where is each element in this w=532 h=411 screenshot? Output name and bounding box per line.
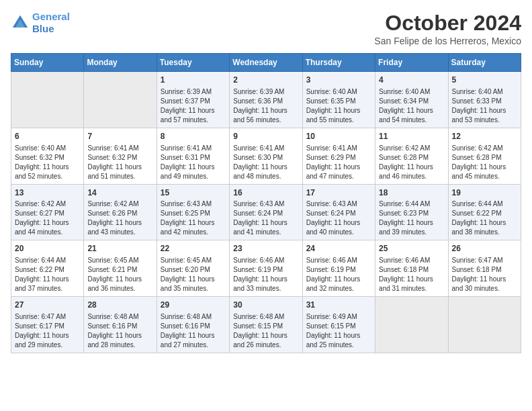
- day-number: 28: [87, 300, 152, 311]
- day-detail: Sunrise: 6:42 AMSunset: 6:26 PMDaylight:…: [87, 199, 152, 237]
- calendar-table: SundayMondayTuesdayWednesdayThursdayFrid…: [11, 53, 521, 353]
- calendar-cell: 26Sunrise: 6:47 AMSunset: 6:18 PMDayligh…: [448, 240, 521, 297]
- calendar-cell: 13Sunrise: 6:42 AMSunset: 6:27 PMDayligh…: [11, 184, 84, 240]
- calendar-cell: 21Sunrise: 6:45 AMSunset: 6:21 PMDayligh…: [84, 240, 157, 297]
- day-number: 30: [233, 300, 298, 311]
- calendar-cell: 18Sunrise: 6:44 AMSunset: 6:23 PMDayligh…: [375, 184, 448, 240]
- day-detail: Sunrise: 6:46 AMSunset: 6:19 PMDaylight:…: [233, 256, 298, 293]
- day-number: 13: [15, 187, 80, 199]
- day-number: 19: [452, 187, 517, 199]
- day-number: 2: [233, 75, 298, 86]
- day-detail: Sunrise: 6:40 AMSunset: 6:34 PMDaylight:…: [379, 87, 444, 125]
- day-detail: Sunrise: 6:45 AMSunset: 6:21 PMDaylight:…: [87, 256, 152, 293]
- logo-line1: General: [32, 11, 70, 22]
- logo: General Blue: [11, 11, 70, 35]
- calendar-cell: 10Sunrise: 6:41 AMSunset: 6:29 PMDayligh…: [302, 128, 375, 184]
- calendar-cell: 6Sunrise: 6:40 AMSunset: 6:32 PMDaylight…: [11, 128, 84, 184]
- day-number: 8: [161, 131, 226, 142]
- day-number: 6: [15, 131, 80, 142]
- calendar-cell: 5Sunrise: 6:40 AMSunset: 6:33 PMDaylight…: [448, 72, 521, 128]
- logo-line2: Blue: [32, 23, 54, 34]
- calendar-cell: 4Sunrise: 6:40 AMSunset: 6:34 PMDaylight…: [375, 72, 448, 128]
- calendar-week-row: 6Sunrise: 6:40 AMSunset: 6:32 PMDaylight…: [11, 128, 521, 184]
- weekday-header: Friday: [375, 54, 448, 72]
- day-detail: Sunrise: 6:44 AMSunset: 6:22 PMDaylight:…: [452, 199, 517, 237]
- day-number: 11: [379, 131, 444, 142]
- day-detail: Sunrise: 6:41 AMSunset: 6:29 PMDaylight:…: [306, 144, 371, 181]
- calendar-cell: [448, 297, 521, 353]
- calendar-cell: 3Sunrise: 6:40 AMSunset: 6:35 PMDaylight…: [302, 72, 375, 128]
- calendar-cell: 11Sunrise: 6:42 AMSunset: 6:28 PMDayligh…: [375, 128, 448, 184]
- calendar-cell: [11, 72, 84, 128]
- calendar-cell: 15Sunrise: 6:43 AMSunset: 6:25 PMDayligh…: [157, 184, 229, 240]
- day-detail: Sunrise: 6:42 AMSunset: 6:28 PMDaylight:…: [379, 144, 444, 181]
- day-number: 4: [379, 75, 444, 86]
- day-number: 18: [379, 187, 444, 199]
- day-detail: Sunrise: 6:41 AMSunset: 6:32 PMDaylight:…: [87, 144, 152, 181]
- calendar-cell: 31Sunrise: 6:49 AMSunset: 6:15 PMDayligh…: [302, 297, 375, 353]
- calendar-title: October 2024: [374, 11, 521, 36]
- weekday-header-row: SundayMondayTuesdayWednesdayThursdayFrid…: [11, 54, 521, 72]
- day-detail: Sunrise: 6:49 AMSunset: 6:15 PMDaylight:…: [306, 312, 371, 350]
- weekday-header: Tuesday: [157, 54, 229, 72]
- calendar-cell: 29Sunrise: 6:48 AMSunset: 6:16 PMDayligh…: [157, 297, 229, 353]
- day-number: 16: [233, 187, 298, 199]
- calendar-cell: 30Sunrise: 6:48 AMSunset: 6:15 PMDayligh…: [230, 297, 302, 353]
- logo-icon: [11, 13, 30, 32]
- day-number: 14: [87, 187, 152, 199]
- day-detail: Sunrise: 6:41 AMSunset: 6:31 PMDaylight:…: [161, 144, 226, 181]
- day-detail: Sunrise: 6:45 AMSunset: 6:20 PMDaylight:…: [161, 256, 226, 293]
- day-number: 22: [161, 243, 226, 255]
- calendar-cell: [84, 72, 157, 128]
- weekday-header: Sunday: [11, 54, 84, 72]
- day-number: 23: [233, 243, 298, 255]
- day-detail: Sunrise: 6:43 AMSunset: 6:24 PMDaylight:…: [233, 199, 298, 237]
- day-number: 26: [452, 243, 517, 255]
- day-detail: Sunrise: 6:43 AMSunset: 6:25 PMDaylight:…: [161, 199, 226, 237]
- calendar-cell: 20Sunrise: 6:44 AMSunset: 6:22 PMDayligh…: [11, 240, 84, 297]
- calendar-week-row: 27Sunrise: 6:47 AMSunset: 6:17 PMDayligh…: [11, 297, 521, 353]
- day-detail: Sunrise: 6:48 AMSunset: 6:16 PMDaylight:…: [87, 312, 152, 350]
- day-detail: Sunrise: 6:41 AMSunset: 6:30 PMDaylight:…: [233, 144, 298, 181]
- day-number: 17: [306, 187, 371, 199]
- day-number: 12: [452, 131, 517, 142]
- calendar-cell: 7Sunrise: 6:41 AMSunset: 6:32 PMDaylight…: [84, 128, 157, 184]
- calendar-cell: 25Sunrise: 6:46 AMSunset: 6:18 PMDayligh…: [375, 240, 448, 297]
- calendar-cell: 27Sunrise: 6:47 AMSunset: 6:17 PMDayligh…: [11, 297, 84, 353]
- weekday-header: Wednesday: [230, 54, 302, 72]
- calendar-cell: 23Sunrise: 6:46 AMSunset: 6:19 PMDayligh…: [230, 240, 302, 297]
- day-detail: Sunrise: 6:47 AMSunset: 6:17 PMDaylight:…: [15, 312, 80, 350]
- day-number: 29: [161, 300, 226, 311]
- day-detail: Sunrise: 6:44 AMSunset: 6:22 PMDaylight:…: [15, 256, 80, 293]
- day-detail: Sunrise: 6:40 AMSunset: 6:35 PMDaylight:…: [306, 87, 371, 125]
- logo-text: General Blue: [32, 11, 70, 35]
- calendar-week-row: 1Sunrise: 6:39 AMSunset: 6:37 PMDaylight…: [11, 72, 521, 128]
- calendar-week-row: 13Sunrise: 6:42 AMSunset: 6:27 PMDayligh…: [11, 184, 521, 240]
- day-detail: Sunrise: 6:46 AMSunset: 6:18 PMDaylight:…: [379, 256, 444, 293]
- calendar-cell: 22Sunrise: 6:45 AMSunset: 6:20 PMDayligh…: [157, 240, 229, 297]
- day-detail: Sunrise: 6:48 AMSunset: 6:16 PMDaylight:…: [161, 312, 226, 350]
- title-block: October 2024 San Felipe de los Herreros,…: [374, 11, 521, 46]
- day-detail: Sunrise: 6:46 AMSunset: 6:19 PMDaylight:…: [306, 256, 371, 293]
- day-detail: Sunrise: 6:42 AMSunset: 6:28 PMDaylight:…: [452, 144, 517, 181]
- day-number: 27: [15, 300, 80, 311]
- calendar-cell: 1Sunrise: 6:39 AMSunset: 6:37 PMDaylight…: [157, 72, 229, 128]
- day-number: 20: [15, 243, 80, 255]
- day-detail: Sunrise: 6:44 AMSunset: 6:23 PMDaylight:…: [379, 199, 444, 237]
- calendar-cell: 16Sunrise: 6:43 AMSunset: 6:24 PMDayligh…: [230, 184, 302, 240]
- day-number: 10: [306, 131, 371, 142]
- day-number: 31: [306, 300, 371, 311]
- weekday-header: Saturday: [448, 54, 521, 72]
- page-header: General Blue October 2024 San Felipe de …: [11, 11, 521, 46]
- day-number: 15: [161, 187, 226, 199]
- day-number: 7: [87, 131, 152, 142]
- day-number: 9: [233, 131, 298, 142]
- calendar-cell: 12Sunrise: 6:42 AMSunset: 6:28 PMDayligh…: [448, 128, 521, 184]
- calendar-cell: 28Sunrise: 6:48 AMSunset: 6:16 PMDayligh…: [84, 297, 157, 353]
- day-detail: Sunrise: 6:39 AMSunset: 6:36 PMDaylight:…: [233, 87, 298, 125]
- day-detail: Sunrise: 6:40 AMSunset: 6:33 PMDaylight:…: [452, 87, 517, 125]
- day-number: 5: [452, 75, 517, 86]
- day-detail: Sunrise: 6:42 AMSunset: 6:27 PMDaylight:…: [15, 199, 80, 237]
- weekday-header: Monday: [84, 54, 157, 72]
- day-detail: Sunrise: 6:47 AMSunset: 6:18 PMDaylight:…: [452, 256, 517, 293]
